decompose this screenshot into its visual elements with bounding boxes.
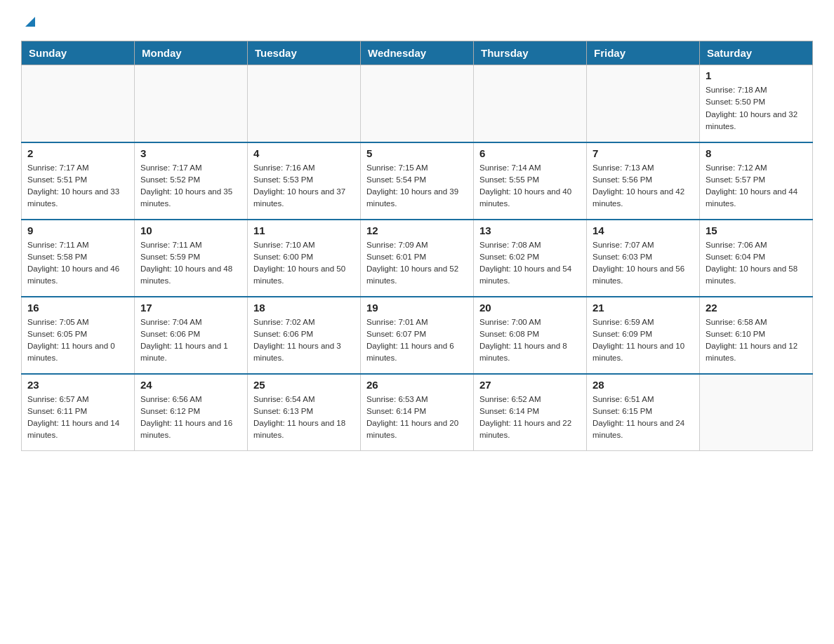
calendar-day-cell: 26Sunrise: 6:53 AMSunset: 6:14 PMDayligh… [361,374,474,451]
day-number: 20 [479,302,581,314]
calendar-day-cell: 15Sunrise: 7:06 AMSunset: 6:04 PMDayligh… [700,220,813,297]
calendar-day-cell: 18Sunrise: 7:02 AMSunset: 6:06 PMDayligh… [248,297,361,374]
day-info: Sunrise: 7:01 AMSunset: 6:07 PMDaylight:… [366,316,468,365]
day-info: Sunrise: 7:18 AMSunset: 5:50 PMDaylight:… [706,84,807,133]
calendar-week-row: 23Sunrise: 6:57 AMSunset: 6:11 PMDayligh… [22,374,813,451]
calendar-day-cell: 13Sunrise: 7:08 AMSunset: 6:02 PMDayligh… [474,220,587,297]
calendar-day-header: Saturday [700,41,813,65]
calendar-day-header: Friday [587,41,700,65]
day-info: Sunrise: 7:09 AMSunset: 6:01 PMDaylight:… [366,239,468,288]
day-number: 23 [27,379,128,391]
calendar-day-cell [22,65,135,142]
day-number: 2 [27,147,128,159]
day-number: 15 [706,224,807,236]
calendar-day-cell: 5Sunrise: 7:15 AMSunset: 5:54 PMDaylight… [361,142,474,220]
day-info: Sunrise: 6:54 AMSunset: 6:13 PMDaylight:… [253,394,355,442]
calendar-day-cell: 25Sunrise: 6:54 AMSunset: 6:13 PMDayligh… [248,374,361,451]
calendar-day-cell: 19Sunrise: 7:01 AMSunset: 6:07 PMDayligh… [361,297,474,374]
day-number: 7 [593,147,694,159]
day-info: Sunrise: 7:08 AMSunset: 6:02 PMDaylight:… [479,239,581,288]
day-info: Sunrise: 7:05 AMSunset: 6:05 PMDaylight:… [27,316,128,365]
day-number: 26 [366,379,468,391]
day-info: Sunrise: 7:10 AMSunset: 6:00 PMDaylight:… [253,239,355,288]
day-info: Sunrise: 7:12 AMSunset: 5:57 PMDaylight:… [706,162,807,210]
calendar-day-cell [587,65,700,142]
day-info: Sunrise: 7:14 AMSunset: 5:55 PMDaylight:… [479,162,581,210]
calendar-week-row: 2Sunrise: 7:17 AMSunset: 5:51 PMDaylight… [22,142,813,220]
calendar-day-cell: 4Sunrise: 7:16 AMSunset: 5:53 PMDaylight… [248,142,361,220]
day-info: Sunrise: 7:17 AMSunset: 5:52 PMDaylight:… [140,162,241,210]
calendar-day-cell: 12Sunrise: 7:09 AMSunset: 6:01 PMDayligh… [361,220,474,297]
calendar-day-cell: 7Sunrise: 7:13 AMSunset: 5:56 PMDaylight… [587,142,700,220]
calendar-week-row: 16Sunrise: 7:05 AMSunset: 6:05 PMDayligh… [22,297,813,374]
calendar-day-cell: 21Sunrise: 6:59 AMSunset: 6:09 PMDayligh… [587,297,700,374]
calendar-day-header: Wednesday [361,41,474,65]
day-number: 5 [366,147,468,159]
day-info: Sunrise: 6:52 AMSunset: 6:14 PMDaylight:… [479,394,581,442]
day-info: Sunrise: 7:07 AMSunset: 6:03 PMDaylight:… [593,239,694,288]
day-info: Sunrise: 7:15 AMSunset: 5:54 PMDaylight:… [366,162,468,210]
day-number: 28 [593,379,694,391]
day-info: Sunrise: 7:13 AMSunset: 5:56 PMDaylight:… [593,162,694,210]
calendar-day-cell: 22Sunrise: 6:58 AMSunset: 6:10 PMDayligh… [700,297,813,374]
page-header [21,14,813,29]
svg-marker-0 [25,17,35,27]
day-number: 19 [366,302,468,314]
day-info: Sunrise: 7:04 AMSunset: 6:06 PMDaylight:… [140,316,241,365]
day-info: Sunrise: 7:16 AMSunset: 5:53 PMDaylight:… [253,162,355,210]
day-info: Sunrise: 7:11 AMSunset: 5:58 PMDaylight:… [27,239,128,288]
calendar-day-cell: 8Sunrise: 7:12 AMSunset: 5:57 PMDaylight… [700,142,813,220]
calendar-day-cell [700,374,813,451]
day-info: Sunrise: 6:56 AMSunset: 6:12 PMDaylight:… [140,394,241,442]
calendar-day-cell: 23Sunrise: 6:57 AMSunset: 6:11 PMDayligh… [22,374,135,451]
day-number: 11 [253,224,355,236]
calendar-day-cell: 9Sunrise: 7:11 AMSunset: 5:58 PMDaylight… [22,220,135,297]
day-number: 3 [140,147,241,159]
calendar-day-cell: 24Sunrise: 6:56 AMSunset: 6:12 PMDayligh… [135,374,248,451]
calendar-day-cell: 14Sunrise: 7:07 AMSunset: 6:03 PMDayligh… [587,220,700,297]
day-info: Sunrise: 7:17 AMSunset: 5:51 PMDaylight:… [27,162,128,210]
calendar-header-row: SundayMondayTuesdayWednesdayThursdayFrid… [22,41,813,65]
calendar-day-cell [248,65,361,142]
day-number: 9 [27,224,128,236]
calendar-day-cell: 2Sunrise: 7:17 AMSunset: 5:51 PMDaylight… [22,142,135,220]
calendar-day-cell: 27Sunrise: 6:52 AMSunset: 6:14 PMDayligh… [474,374,587,451]
day-number: 4 [253,147,355,159]
day-number: 22 [706,302,807,314]
day-number: 21 [593,302,694,314]
day-info: Sunrise: 6:59 AMSunset: 6:09 PMDaylight:… [593,316,694,365]
logo-triangle-icon [22,14,38,29]
calendar-day-cell: 11Sunrise: 7:10 AMSunset: 6:00 PMDayligh… [248,220,361,297]
calendar-day-cell: 10Sunrise: 7:11 AMSunset: 5:59 PMDayligh… [135,220,248,297]
calendar-day-header: Tuesday [248,41,361,65]
day-info: Sunrise: 7:06 AMSunset: 6:04 PMDaylight:… [706,239,807,288]
day-number: 14 [593,224,694,236]
day-number: 1 [706,69,807,81]
day-info: Sunrise: 6:57 AMSunset: 6:11 PMDaylight:… [27,394,128,442]
day-number: 17 [140,302,241,314]
calendar-day-cell [135,65,248,142]
calendar-day-cell [361,65,474,142]
day-info: Sunrise: 6:51 AMSunset: 6:15 PMDaylight:… [593,394,694,442]
logo [21,14,38,29]
day-number: 6 [479,147,581,159]
calendar-day-cell: 16Sunrise: 7:05 AMSunset: 6:05 PMDayligh… [22,297,135,374]
calendar-day-cell: 3Sunrise: 7:17 AMSunset: 5:52 PMDaylight… [135,142,248,220]
calendar-day-cell: 20Sunrise: 7:00 AMSunset: 6:08 PMDayligh… [474,297,587,374]
calendar-day-header: Thursday [474,41,587,65]
day-number: 18 [253,302,355,314]
day-info: Sunrise: 6:58 AMSunset: 6:10 PMDaylight:… [706,316,807,365]
calendar-week-row: 9Sunrise: 7:11 AMSunset: 5:58 PMDaylight… [22,220,813,297]
day-number: 13 [479,224,581,236]
day-number: 16 [27,302,128,314]
day-number: 27 [479,379,581,391]
calendar-table: SundayMondayTuesdayWednesdayThursdayFrid… [21,41,813,451]
calendar-day-cell: 1Sunrise: 7:18 AMSunset: 5:50 PMDaylight… [700,65,813,142]
day-info: Sunrise: 6:53 AMSunset: 6:14 PMDaylight:… [366,394,468,442]
day-number: 25 [253,379,355,391]
calendar-day-cell: 17Sunrise: 7:04 AMSunset: 6:06 PMDayligh… [135,297,248,374]
calendar-day-cell: 28Sunrise: 6:51 AMSunset: 6:15 PMDayligh… [587,374,700,451]
calendar-day-header: Sunday [22,41,135,65]
day-info: Sunrise: 7:02 AMSunset: 6:06 PMDaylight:… [253,316,355,365]
calendar-day-cell [474,65,587,142]
